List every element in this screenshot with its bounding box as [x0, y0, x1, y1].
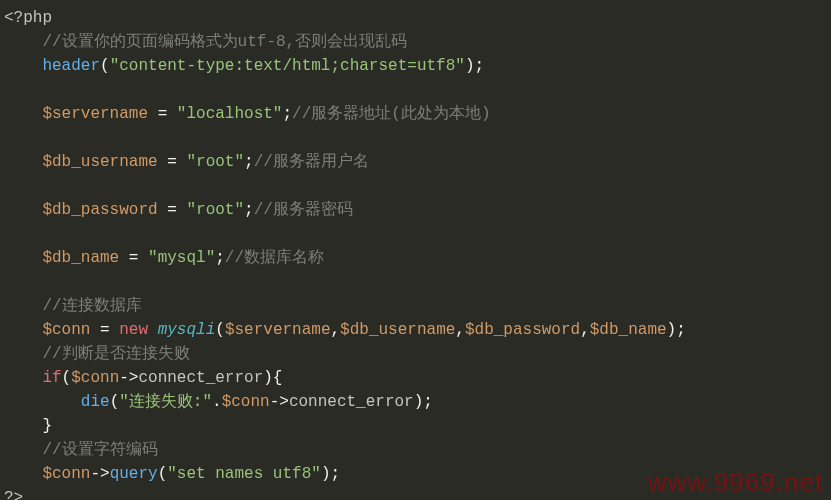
op: = — [158, 153, 187, 171]
op: = — [148, 105, 177, 123]
concat: . — [212, 393, 222, 411]
comment: //数据库名称 — [225, 249, 324, 267]
punct: ); — [414, 393, 433, 411]
string: "root" — [186, 201, 244, 219]
func-die: die — [81, 393, 110, 411]
comment: //判断是否连接失败 — [42, 345, 189, 363]
keyword-if: if — [42, 369, 61, 387]
var: $conn — [222, 393, 270, 411]
punct: ; — [282, 105, 292, 123]
var: $servername — [42, 105, 148, 123]
string: "localhost" — [177, 105, 283, 123]
punct: ); — [465, 57, 484, 75]
var: $db_password — [465, 321, 580, 339]
var: $db_username — [42, 153, 157, 171]
comment: //设置字符编码 — [42, 441, 157, 459]
comment: //设置你的页面编码格式为utf-8,否则会出现乱码 — [42, 33, 407, 51]
brace: } — [42, 417, 52, 435]
paren: ( — [62, 369, 72, 387]
var: $db_name — [42, 249, 119, 267]
string: "mysql" — [148, 249, 215, 267]
punct: ; — [244, 201, 254, 219]
keyword-new: new — [119, 321, 148, 339]
string: "content-type:text/html;charset=utf8" — [110, 57, 465, 75]
punct: ); — [667, 321, 686, 339]
var: $conn — [71, 369, 119, 387]
comment: //服务器用户名 — [254, 153, 369, 171]
code-block: <?php //设置你的页面编码格式为utf-8,否则会出现乱码 header(… — [0, 0, 831, 500]
prop: connect_error — [138, 369, 263, 387]
var: $db_username — [340, 321, 455, 339]
string: "set names utf8" — [167, 465, 321, 483]
punct: ; — [215, 249, 225, 267]
string: "root" — [186, 153, 244, 171]
comma: , — [331, 321, 341, 339]
php-open-tag: <?php — [4, 9, 52, 27]
var: $conn — [42, 321, 90, 339]
var: $db_name — [590, 321, 667, 339]
var: $servername — [225, 321, 331, 339]
op: = — [158, 201, 187, 219]
comment: //服务器密码 — [254, 201, 353, 219]
paren: ( — [110, 393, 120, 411]
punct: ; — [244, 153, 254, 171]
var: $conn — [42, 465, 90, 483]
func-header: header — [42, 57, 100, 75]
op: = — [119, 249, 148, 267]
comment: //连接数据库 — [42, 297, 141, 315]
paren: ( — [215, 321, 225, 339]
func-query: query — [110, 465, 158, 483]
space — [148, 321, 158, 339]
arrow: -> — [90, 465, 109, 483]
paren: ( — [158, 465, 168, 483]
prop: connect_error — [289, 393, 414, 411]
watermark: www.9969.net — [648, 470, 823, 494]
string: "连接失败:" — [119, 393, 212, 411]
arrow: -> — [119, 369, 138, 387]
punct: ); — [321, 465, 340, 483]
arrow: -> — [270, 393, 289, 411]
punct: ){ — [263, 369, 282, 387]
php-close-tag: ?> — [4, 489, 23, 500]
var: $db_password — [42, 201, 157, 219]
class-mysqli: mysqli — [158, 321, 216, 339]
comment: //服务器地址(此处为本地) — [292, 105, 490, 123]
paren: ( — [100, 57, 110, 75]
comma: , — [580, 321, 590, 339]
op: = — [90, 321, 119, 339]
comma: , — [455, 321, 465, 339]
